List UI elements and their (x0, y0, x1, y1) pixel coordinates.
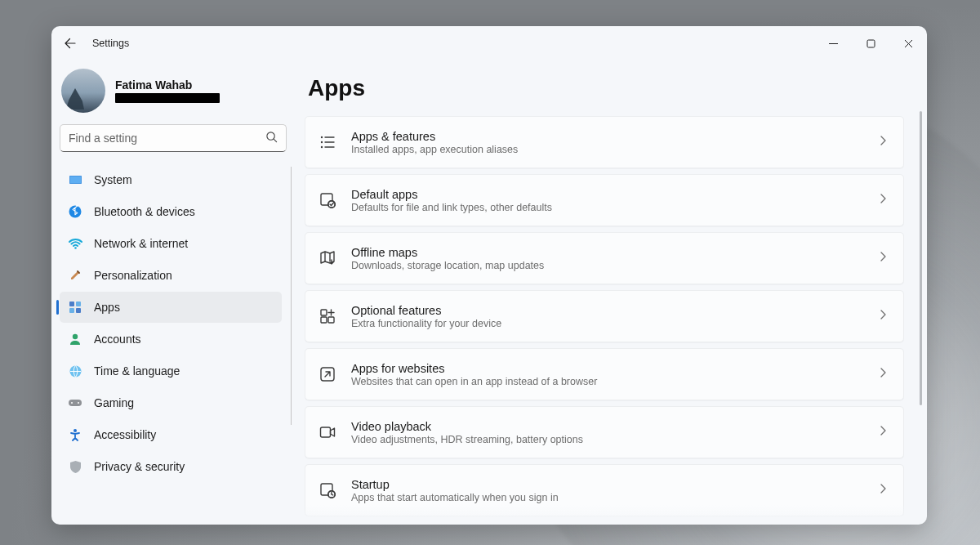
svg-point-17 (321, 141, 323, 143)
sidebar-item-gaming[interactable]: Gaming (60, 387, 282, 418)
item-startup[interactable]: Startup Apps that start automatically wh… (305, 464, 904, 516)
svg-rect-12 (69, 400, 82, 406)
settings-window: Settings Fatima Wahab (51, 26, 927, 525)
settings-item-list: Apps & features Installed apps, app exec… (305, 116, 920, 516)
item-title: Apps for websites (351, 362, 877, 375)
svg-rect-8 (69, 308, 74, 313)
item-subtitle: Installed apps, app execution aliases (351, 144, 877, 155)
sidebar-item-time-language[interactable]: Time & language (60, 355, 282, 386)
svg-point-16 (321, 136, 323, 138)
video-icon (317, 422, 338, 443)
item-subtitle: Apps that start automatically when you s… (351, 492, 877, 503)
sidebar-item-personalization[interactable]: Personalization (60, 260, 282, 291)
search-box[interactable] (60, 124, 287, 152)
svg-rect-24 (328, 317, 334, 323)
minimize-button[interactable] (814, 26, 852, 60)
svg-rect-3 (69, 176, 81, 183)
svg-point-15 (74, 429, 77, 432)
chevron-right-icon (877, 483, 889, 498)
profile-text: Fatima Wahab (115, 78, 220, 103)
sidebar-item-bluetooth[interactable]: Bluetooth & devices (60, 196, 282, 227)
item-optional-features[interactable]: Optional features Extra functionality fo… (305, 290, 904, 342)
scrollbar-thumb[interactable] (920, 111, 922, 405)
svg-rect-23 (321, 317, 327, 323)
sidebar-item-label: Network & internet (94, 237, 188, 250)
maximize-button[interactable] (852, 26, 889, 60)
item-offline-maps[interactable]: Offline maps Downloads, storage location… (305, 232, 904, 284)
apps-icon (68, 300, 82, 315)
sidebar-item-label: Apps (94, 301, 120, 314)
item-title: Apps & features (351, 130, 877, 143)
sidebar-item-label: Bluetooth & devices (94, 205, 195, 218)
sidebar-scroll-indicator (291, 167, 292, 425)
item-subtitle: Defaults for file and link types, other … (351, 202, 877, 213)
sidebar-item-privacy[interactable]: Privacy & security (60, 451, 282, 482)
svg-point-14 (78, 402, 79, 404)
svg-point-1 (267, 132, 274, 139)
gamepad-icon (68, 395, 82, 410)
grid-plus-icon (317, 306, 338, 327)
app-title: Settings (92, 38, 129, 49)
titlebar: Settings (51, 26, 927, 60)
sidebar-item-network[interactable]: Network & internet (60, 228, 282, 259)
maximize-icon (866, 39, 875, 48)
startup-icon (317, 480, 338, 501)
list-icon (317, 132, 338, 153)
sidebar-item-label: System (94, 173, 132, 186)
wifi-icon (68, 236, 82, 251)
svg-point-5 (74, 247, 77, 249)
sidebar-item-accounts[interactable]: Accounts (60, 324, 282, 355)
window-body: Fatima Wahab System (51, 60, 927, 525)
svg-rect-6 (69, 302, 74, 306)
item-subtitle: Downloads, storage location, map updates (351, 260, 877, 271)
titlebar-left: Settings (63, 36, 129, 51)
profile-name: Fatima Wahab (115, 78, 220, 92)
map-download-icon (317, 248, 338, 269)
item-title: Default apps (351, 188, 877, 201)
item-title: Video playback (351, 420, 877, 433)
page-title: Apps (305, 64, 920, 116)
item-video-playback[interactable]: Video playback Video adjustments, HDR st… (305, 406, 904, 458)
close-button[interactable] (889, 26, 927, 60)
bluetooth-icon (68, 204, 82, 219)
profile-email-redacted (115, 93, 220, 103)
main-content: Apps Apps & features Installed apps, app… (295, 60, 927, 525)
sidebar-item-label: Accessibility (94, 428, 156, 441)
close-icon (904, 39, 913, 48)
back-button[interactable] (63, 36, 78, 51)
person-icon (68, 332, 82, 346)
avatar (61, 69, 105, 113)
svg-rect-26 (321, 427, 331, 437)
back-arrow-icon (64, 37, 77, 50)
item-title: Offline maps (351, 246, 877, 259)
item-subtitle: Video adjustments, HDR streaming, batter… (351, 434, 877, 445)
display-icon (68, 172, 82, 187)
item-default-apps[interactable]: Default apps Defaults for file and link … (305, 174, 904, 226)
sidebar-item-label: Gaming (94, 396, 134, 409)
item-apps-for-websites[interactable]: Apps for websites Websites that can open… (305, 348, 904, 400)
profile-block[interactable]: Fatima Wahab (55, 64, 292, 124)
sidebar-item-label: Personalization (94, 269, 172, 282)
sidebar: Fatima Wahab System (51, 60, 295, 525)
open-link-icon (317, 364, 338, 385)
globe-clock-icon (68, 364, 82, 378)
accessibility-icon (68, 427, 82, 442)
search-input[interactable] (69, 132, 265, 145)
svg-rect-22 (321, 310, 327, 315)
default-apps-icon (317, 190, 338, 211)
item-apps-features[interactable]: Apps & features Installed apps, app exec… (305, 116, 904, 168)
sidebar-item-apps[interactable]: Apps (60, 292, 282, 323)
window-controls (814, 26, 927, 60)
item-subtitle: Extra functionality for your device (351, 318, 877, 329)
item-subtitle: Websites that can open in an app instead… (351, 376, 877, 387)
chevron-right-icon (877, 425, 889, 440)
svg-rect-0 (867, 40, 875, 47)
main-scrollbar[interactable] (920, 111, 922, 520)
minimize-icon (829, 39, 838, 48)
chevron-right-icon (877, 135, 889, 150)
sidebar-item-accessibility[interactable]: Accessibility (60, 419, 282, 450)
svg-point-10 (73, 334, 78, 339)
sidebar-item-system[interactable]: System (60, 164, 282, 195)
sidebar-nav: System Bluetooth & devices Network & int… (55, 163, 292, 483)
chevron-right-icon (877, 251, 889, 266)
